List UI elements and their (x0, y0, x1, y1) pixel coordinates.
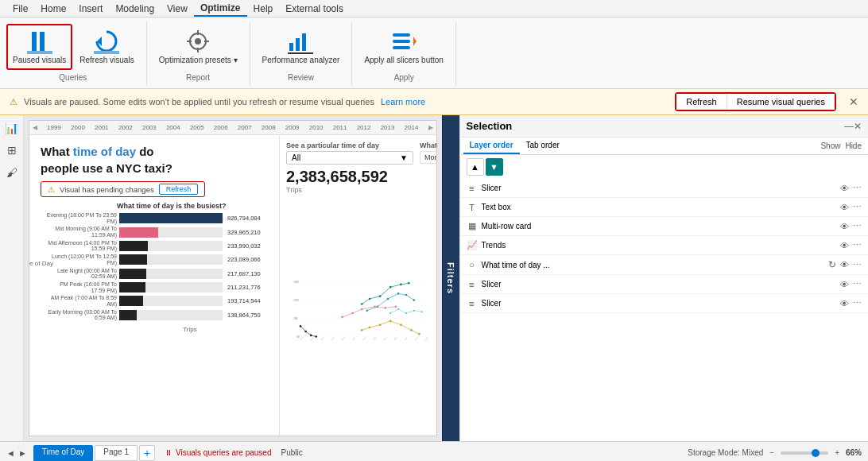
pending-refresh-button[interactable]: Refresh (159, 184, 199, 195)
svg-point-43 (315, 335, 317, 338)
layer-more-button[interactable]: ⋯ (853, 240, 862, 250)
selection-header: Selection — ✕ (460, 115, 869, 138)
layer-item[interactable]: 📈Trends👁⋯ (460, 236, 869, 255)
bar-fill (119, 241, 148, 251)
svg-point-54 (405, 294, 408, 296)
layer-more-button[interactable]: ⋯ (853, 221, 862, 231)
layer-type-icon: ≡ (467, 184, 478, 193)
trips-axis-label: Trips (101, 326, 279, 333)
layer-more-button[interactable]: ⋯ (853, 183, 862, 193)
tab-tab-order[interactable]: Tab order (520, 138, 566, 154)
layer-item[interactable]: ≡Slicer👁⋯ (460, 294, 869, 313)
menu-file[interactable]: File (6, 2, 34, 16)
bar-track[interactable] (119, 254, 223, 265)
layer-item[interactable]: ≡Slicer👁⋯ (460, 179, 869, 198)
filters-sidebar[interactable]: Filters (442, 115, 459, 441)
bar-row: Evening (18:00 PM To 23:59 PM)826,794,08… (45, 212, 273, 224)
chart-icon[interactable]: 📊 (5, 122, 18, 134)
layer-visibility-button[interactable]: 👁 (840, 241, 849, 250)
svg-rect-14 (288, 52, 313, 54)
bar-fill (119, 269, 146, 279)
learn-more-link[interactable]: Learn more (381, 97, 425, 107)
layer-more-button[interactable]: ⋯ (853, 298, 862, 308)
add-page-button[interactable]: + (139, 445, 155, 461)
bar-row: Mid Afternoon (14:00 PM To 15:59 PM)233,… (45, 240, 273, 252)
menu-view[interactable]: View (161, 2, 194, 16)
svg-point-46 (379, 295, 382, 297)
next-page-button[interactable]: ► (18, 448, 27, 458)
menu-external-tools[interactable]: External tools (279, 2, 350, 16)
zoom-minus-icon[interactable]: − (769, 448, 774, 457)
svg-text:02:00: 02:00 (310, 336, 315, 341)
svg-point-55 (413, 299, 415, 301)
layer-more-button[interactable]: ⋯ (853, 202, 862, 212)
layer-item[interactable]: ▦Multi-row card👁⋯ (460, 217, 869, 236)
show-label: Show (820, 141, 840, 150)
tab-layer-order[interactable]: Layer order (463, 138, 520, 154)
bar-label: Mid Afternoon (14:00 PM To 15:59 PM) (45, 240, 117, 252)
close-info-bar-button[interactable]: ✕ (849, 95, 858, 108)
page-tab-time-of-day[interactable]: Time of Day (33, 445, 94, 461)
resume-visual-queries-button[interactable]: Resume visual queries (727, 94, 835, 110)
optimization-presets-button[interactable]: Optimization presets ▾ (153, 25, 243, 69)
timeline-tick: 2004 (161, 124, 185, 131)
svg-point-71 (405, 312, 407, 314)
layer-more-button[interactable]: ⋯ (853, 279, 862, 289)
layer-item[interactable]: TText box👁⋯ (460, 198, 869, 217)
filter-icon[interactable]: ⊞ (7, 144, 17, 157)
selection-close-button[interactable]: ✕ (854, 121, 862, 132)
bar-track[interactable] (119, 241, 223, 251)
menu-help[interactable]: Help (247, 2, 280, 16)
paused-visuals-button[interactable]: Paused visuals (6, 24, 72, 70)
menu-modeling[interactable]: Modeling (109, 2, 161, 16)
bar-track[interactable] (119, 269, 223, 279)
day-filter-label: What day of the week was the taxi trip? (420, 141, 436, 149)
layer-more-button[interactable]: ⋯ (853, 260, 862, 270)
svg-point-48 (400, 284, 402, 286)
move-up-button[interactable]: ▲ (467, 158, 484, 176)
bar-track[interactable] (119, 282, 223, 292)
zoom-slider-track[interactable] (781, 451, 828, 455)
bar-value: 138,864,750 (225, 312, 273, 319)
selection-minimize-button[interactable]: — (844, 121, 854, 132)
page-tab-page1[interactable]: Page 1 (95, 445, 138, 461)
layer-type-icon: T (467, 203, 478, 212)
move-down-button[interactable]: ▼ (486, 158, 503, 176)
menu-optimize[interactable]: Optimize (194, 1, 247, 17)
bar-track[interactable] (119, 296, 223, 306)
layer-visibility-button[interactable]: 👁 (840, 260, 849, 269)
svg-rect-0 (32, 32, 37, 51)
day-buttons: MonTueWedThuFriSatSun (420, 151, 436, 164)
prev-page-button[interactable]: ◄ (6, 448, 15, 458)
layer-item[interactable]: ≡Slicer👁⋯ (460, 275, 869, 294)
zoom-slider-thumb (812, 449, 820, 457)
layer-visibility-button[interactable]: 👁 (840, 299, 849, 308)
menu-home[interactable]: Home (34, 2, 72, 16)
time-filter-dropdown[interactable]: All ▼ (286, 151, 413, 165)
bar-track[interactable] (119, 227, 223, 238)
bar-track[interactable] (119, 213, 223, 223)
heading-highlight: time of day (73, 145, 136, 158)
timeline[interactable]: ◀ 1999 2000 2001 2002 2003 2004 2005 200… (29, 121, 436, 135)
svg-point-50 (366, 309, 368, 312)
time-filter-value: All (292, 153, 300, 162)
performance-analyzer-button[interactable]: Performance analyzer (257, 25, 346, 69)
apply-all-slicers-button[interactable]: Apply all slicers button (358, 25, 449, 69)
day-filter-button[interactable]: Mon (420, 151, 436, 164)
svg-text:00:00: 00:00 (300, 336, 304, 341)
format-icon[interactable]: 🖌 (6, 166, 17, 179)
layer-visibility-button[interactable]: 👁 (840, 222, 849, 231)
bar-track[interactable] (119, 310, 223, 320)
layer-visibility-button[interactable]: 👁 (840, 203, 849, 212)
refresh-visuals-button[interactable]: Refresh visuals (74, 25, 139, 69)
layer-visibility-button[interactable]: 👁 (840, 184, 849, 193)
menu-insert[interactable]: Insert (72, 2, 109, 16)
zoom-plus-icon[interactable]: + (835, 448, 839, 457)
svg-point-58 (361, 308, 363, 311)
refresh-button[interactable]: Refresh (676, 94, 727, 110)
layer-item[interactable]: ○What time of day ...↻👁⋯ (460, 255, 869, 275)
svg-rect-11 (289, 43, 293, 51)
layer-visibility-button[interactable]: 👁 (840, 280, 849, 289)
svg-point-66 (400, 323, 402, 326)
status-right: Storage Mode: Mixed − + 66% (688, 448, 862, 457)
